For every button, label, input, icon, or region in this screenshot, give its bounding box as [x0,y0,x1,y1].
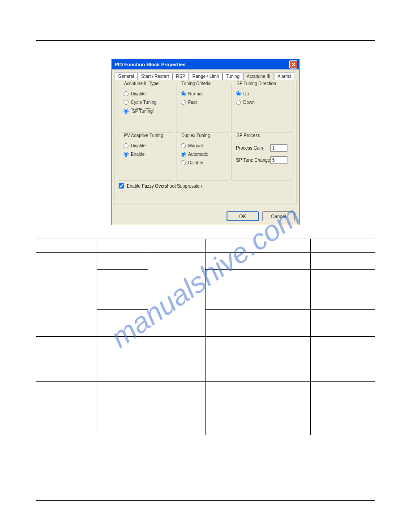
radio-input[interactable] [236,91,241,96]
tab-panel: Accutune III Type Disable Cycle Tuning S… [115,80,296,205]
tabs: General Start / Restart RSP Range / Limi… [112,69,299,80]
radio-input[interactable] [124,143,128,148]
dialog-title: PID Function Block Properties [115,62,289,67]
group-sp-process: SP Process Process Gain SP Tune Change [231,136,292,180]
radio-pv-disable[interactable]: Disable [124,143,168,148]
radio-disable[interactable]: Disable [124,91,168,96]
titlebar: PID Function Block Properties ✕ [112,60,299,69]
group-accutune-type: Accutune III Type Disable Cycle Tuning S… [119,84,173,133]
radio-pv-enable[interactable]: Enable [124,152,168,157]
radio-input[interactable] [181,152,186,157]
radio-input[interactable] [181,100,186,105]
sp-tune-change-input[interactable] [270,156,287,164]
radio-input[interactable] [124,100,128,105]
fuzzy-checkbox-row[interactable]: Enable Fuzzy Overshoot Suppression [119,183,292,189]
tab-general[interactable]: General [115,73,138,80]
ok-button[interactable]: OK [227,211,259,221]
bottom-rule [36,500,375,501]
radio-input[interactable] [181,143,186,148]
process-gain-label: Process Gain [236,146,263,150]
pid-properties-dialog: PID Function Block Properties ✕ General … [111,59,300,225]
tab-accutune-iii[interactable]: Accutune III [243,73,274,80]
tab-range-limit[interactable]: Range / Limit [189,73,223,80]
radio-input[interactable] [124,152,128,157]
radio-normal[interactable]: Normal [181,91,223,96]
radio-up[interactable]: Up [236,91,287,96]
radio-input[interactable] [124,109,128,114]
sp-tune-change-label: SP Tune Change [236,158,270,163]
radio-down[interactable]: Down [236,100,287,105]
radio-input[interactable] [124,91,128,96]
group-tuning-criteria: Tuning Criteria Normal Fast [176,84,228,133]
close-icon[interactable]: ✕ [289,60,297,69]
group-sp-tuning-direction: SP Tuning Direction Up Down [231,84,292,133]
radio-input[interactable] [181,160,186,165]
fuzzy-checkbox-label: Enable Fuzzy Overshoot Suppression [127,184,202,189]
group-legend: Accutune III Type [123,81,160,86]
group-legend: Tuning Criteria [180,81,212,86]
group-legend: SP Tuning Direction [235,81,277,86]
cancel-button[interactable]: Cancel [262,211,295,221]
tab-tuning[interactable]: Tuning [223,73,243,80]
radio-duplex-automatic[interactable]: Automatic [181,152,223,157]
process-gain-input[interactable] [270,144,287,152]
tab-alarms[interactable]: Alarms [274,73,295,80]
radio-duplex-disable[interactable]: Disable [181,160,223,165]
radio-sp-tuning[interactable]: SP Tuning [124,108,168,114]
group-legend: Duplex Tuning [180,133,211,138]
radio-input[interactable] [236,100,241,105]
group-legend: SP Process [235,133,261,138]
tab-start-restart[interactable]: Start / Restart [138,73,173,80]
radio-duplex-manual[interactable]: Manual [181,143,223,148]
group-legend: PV Adaptive Tuning [123,133,164,138]
group-pv-adaptive: PV Adaptive Tuning Disable Enable [119,136,173,180]
button-bar: OK Cancel [112,208,299,225]
radio-cycle-tuning[interactable]: Cycle Tuning [124,100,168,105]
fuzzy-checkbox[interactable] [119,183,124,189]
tab-rsp[interactable]: RSP [172,73,189,80]
doc-table [36,239,375,435]
radio-input[interactable] [181,91,186,96]
radio-fast[interactable]: Fast [181,100,223,105]
top-rule [36,40,375,41]
group-duplex-tuning: Duplex Tuning Manual Automatic Disable [176,136,228,180]
